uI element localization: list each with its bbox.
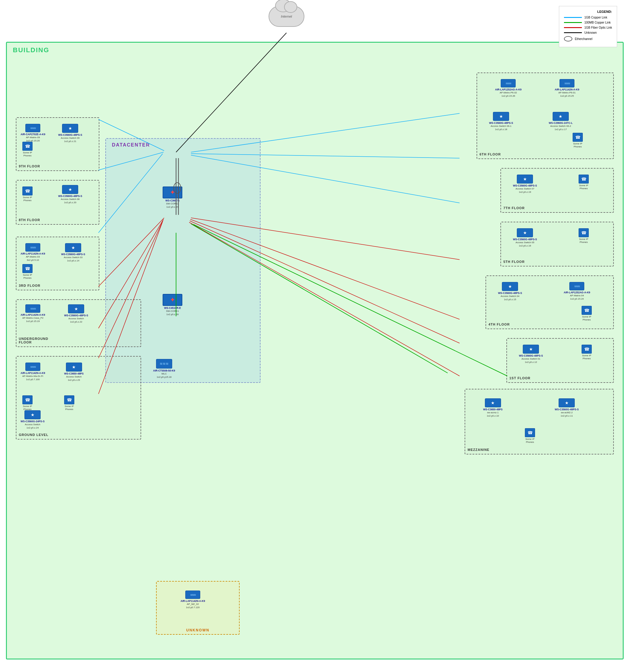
mezz-sw2-device: WS-C3560G-48PS-S sw-acMZ-2 1x2.y0.z.11 (555, 398, 578, 417)
floor3-ap-icon (25, 243, 40, 252)
floor9-phone-device: Some IPPhones (22, 142, 32, 157)
floor9-ap-device: AIR-CAP2702E-A-K9 AP-Matrix-09 1x2.y0.15… (21, 124, 45, 142)
floor7-sw-icon (517, 175, 533, 183)
legend-line-1gb-fiber (564, 27, 582, 28)
legend-line-1gb-copper (564, 17, 582, 18)
gl-ap-icon (25, 363, 40, 371)
ground-box: GROUND LEVEL AIR-LAP1142N-A-K9 AP-Matrix… (16, 356, 141, 439)
datacenter-label: DATACENTER (112, 142, 150, 148)
wlc-device: AIR-CT5508-50-K9 WLC 1x2.y0.y15.18 (153, 359, 175, 379)
wlc-icon (156, 359, 172, 369)
ug-sw-label: WS-C3560G-48PS-S Access Switch 1x2.y0.z.… (64, 314, 88, 323)
floor9-phone-icon (22, 142, 32, 151)
floor5-sw-label: WS-C3560G-48PS-S Access Switch 05 1x2.y0… (513, 238, 537, 247)
floor3-sw-device: WS-C3560G-48PS-S Access Switch 03 1x2.y0… (61, 243, 85, 262)
floor4-sw-icon (502, 282, 518, 291)
floor6-ap1-icon (501, 79, 516, 87)
unknown-box: UNKNOWN AIR-LAP1142N-A-K9 AP_MZ_02 1x2.y… (156, 581, 240, 635)
etherchannel-symbol (564, 36, 572, 42)
floor9-sw-label: WS-C3560G-48PS-S Access Switch 09 1x2.y0… (58, 133, 82, 143)
gl-phone2-icon (64, 395, 74, 404)
gl-phone2-device: Some IPPhones (64, 395, 74, 411)
floor8-sw-label: WS-C3560G-48PS-S Access Switch 08 1x2.y0… (58, 195, 82, 204)
gl-sw2-label: WS-C3560G-24PS-S Access Switch 1x2.y0.z.… (21, 420, 44, 429)
floor6-phone-icon (573, 133, 583, 142)
ug-ap-device: AIR-LAP1142N-A-K9 AP-Matrix-Casa_P2 1x2.… (21, 304, 45, 323)
floor6-ap2-label: AIR-LAP1142N-A-K9 AP-Metro-P6-01 1x2.y0.… (555, 88, 579, 97)
mezz-sw1-icon (485, 398, 501, 407)
floor6-ap2-device: AIR-LAP1142N-A-K9 AP-Metro-P6-01 1x2.y0.… (555, 79, 579, 97)
floor8-label: 8TH FLOOR (19, 218, 40, 222)
floor9-label: 9TH FLOOR (19, 165, 40, 168)
floor9-ap-label: AIR-CAP2702E-A-K9 AP-Matrix-09 1x2.y0.15… (21, 133, 45, 142)
legend-title: LEGEND: (564, 10, 612, 14)
floor6-sw2-device: WS-C2960G-24TC-L Access Switch 06-2 1x2.… (549, 112, 573, 131)
floor4-phone-device: Some IPPhones (582, 306, 592, 322)
sw-core2-label: WS-C3607A SW-CORE2 1x2.y0.z.29 (165, 199, 180, 209)
floor7-sw-label: WS-C3560G-48PS-S Access Switch 07 1x2.y0… (513, 184, 537, 194)
floor7-sw-device: WS-C3560G-48PS-S Access Switch 07 1x2.y0… (513, 175, 537, 194)
ug-sw-device: WS-C3560G-48PS-S Access Switch 1x2.y0.z.… (64, 304, 88, 323)
floor6-label: 6TH FLOOR (480, 152, 501, 156)
floor9-sw-device: WS-C3560G-48PS-S Access Switch 09 1x2.y0… (58, 124, 82, 143)
floor4-sw-device: WS-C3560G-48PS-S Access Switch 04 1x2.y0… (498, 282, 522, 301)
floor1-label: 1ST FLOOR (509, 376, 530, 380)
floor5-label: 5TH FLOOR (503, 260, 525, 263)
mezz-sw1-device: WS-C3650-48PS sw-acmz-1 1x2.y0.z.10 (483, 398, 503, 417)
floor3-box: 3RD FLOOR AIR-LAP1142N-A-K9 AP-Matrix-03… (16, 237, 100, 290)
floor1-sw-icon (523, 345, 539, 354)
main-container: LEGEND: 1GB Copper Link 100MB Copper Lin… (0, 0, 635, 672)
floor5-sw-device: WS-C3560G-48PS-S Access Switch 05 1x2.y0… (513, 228, 537, 247)
floor4-label: 4TH FLOOR (488, 323, 510, 326)
floor1-box: 1ST FLOOR WS-C3560G-48PS-S Access Switch… (506, 338, 614, 383)
floor8-box: 8TH FLOOR Some IPPhones WS-C3560G-48PS-S… (16, 180, 100, 225)
floor5-sw-icon (517, 228, 533, 237)
floor7-label: 7TH FLOOR (503, 206, 525, 210)
unknown-ap-device: AIR-LAP1142N-A-K9 AP_MZ_02 1x2.y0.7.120 (180, 590, 205, 609)
gl-sw1-device: WS-C3650-48PS Access Switch 1x2.y0.z.23 (64, 363, 84, 382)
gl-sw2-icon (24, 410, 41, 419)
legend-item-100mb-copper: 100MB Copper Link (564, 21, 612, 24)
legend-line-unknown (564, 32, 582, 33)
sw-core1-icon (162, 294, 182, 306)
underground-label: UNDERGROUNDFLOOR (19, 337, 48, 344)
floor4-phone-icon (582, 306, 592, 315)
unknown-ap-icon (185, 590, 200, 599)
ug-sw-icon (68, 304, 84, 313)
floor8-phone-device: Some IPPhones (22, 187, 32, 202)
sw-core1-device: WS-C4510R-E SW-CORE1 1x2.y0.z.28 (162, 294, 182, 316)
floor3-ap-label: AIR-LAP1142N-A-K9 AP-Matrix-03 3x2.y0.5.… (21, 252, 45, 262)
gl-sw2-device: WS-C3560G-24PS-S Access Switch 1x2.y0.z.… (21, 410, 44, 429)
cloud-shape: Internet (268, 6, 304, 27)
underground-box: UNDERGROUNDFLOOR AIR-LAP1142N-A-K9 AP-Ma… (16, 299, 141, 347)
floor8-phone-icon (22, 187, 32, 195)
ug-ap-label: AIR-LAP1142N-A-K9 AP-Matrix-Casa_P2 1x2.… (21, 313, 45, 323)
ug-ap-icon (25, 304, 40, 313)
gl-ap-label: AIR-LAP1142N-A-K9 AP-Matrix-Ma-Dr-Pr 1x2… (21, 371, 45, 381)
floor7-phone-icon (578, 175, 589, 183)
sw-core1-label: WS-C4510R-E SW-CORE1 1x2.y0.z.28 (164, 306, 181, 316)
wlc-label: AIR-CT5508-50-K9 WLC 1x2.y0.y15.18 (153, 369, 175, 379)
gl-sw1-label: WS-C3650-48PS Access Switch 1x2.y0.z.23 (64, 372, 84, 382)
legend-item-1gb-fiber: 1GB Fiber Optic Link (564, 26, 612, 29)
legend: LEGEND: 1GB Copper Link 100MB Copper Lin… (559, 6, 617, 47)
floor7-box: 7TH FLOOR WS-C3560G-48PS-S Access Switch… (500, 168, 614, 213)
building: BUILDING DATACENTER WS-C3607A SW-CORE2 1… (6, 42, 623, 659)
floor6-sw2-label: WS-C2960G-24TC-L Access Switch 06-2 1x2.… (549, 122, 573, 131)
floor7-phone-device: Some IPPhones (578, 175, 589, 190)
floor1-phone-device: Some IPPhones (582, 345, 592, 361)
mezz-sw2-label: WS-C3560G-48PS-S sw-acMZ-2 1x2.y0.z.11 (555, 408, 578, 417)
floor3-label: 3RD FLOOR (19, 284, 41, 287)
mezzanine-label: MEZZANINE (467, 448, 489, 452)
sw-core2-icon (162, 187, 182, 198)
floor3-ap-device: AIR-LAP1142N-A-K9 AP-Matrix-03 3x2.y0.5.… (21, 243, 45, 262)
floor3-sw-label: WS-C3560G-48PS-S Access Switch 03 1x2.y0… (61, 253, 85, 262)
floor8-sw-device: WS-C3560G-48PS-S Access Switch 08 1x2.y0… (58, 185, 82, 204)
gl-ap-device: AIR-LAP1142N-A-K9 AP-Matrix-Ma-Dr-Pr 1x2… (21, 363, 45, 381)
floor6-box: 6TH FLOOR AIR-LAP1252AG-A-K9 AP-Metro-P6… (477, 72, 614, 159)
floor8-sw-icon (62, 185, 78, 194)
sw-core2-device: WS-C3607A SW-CORE2 1x2.y0.z.29 (162, 187, 182, 209)
legend-line-100mb-copper (564, 22, 582, 23)
floor5-phone-icon (578, 228, 589, 237)
mezz-phone-icon (525, 428, 535, 437)
